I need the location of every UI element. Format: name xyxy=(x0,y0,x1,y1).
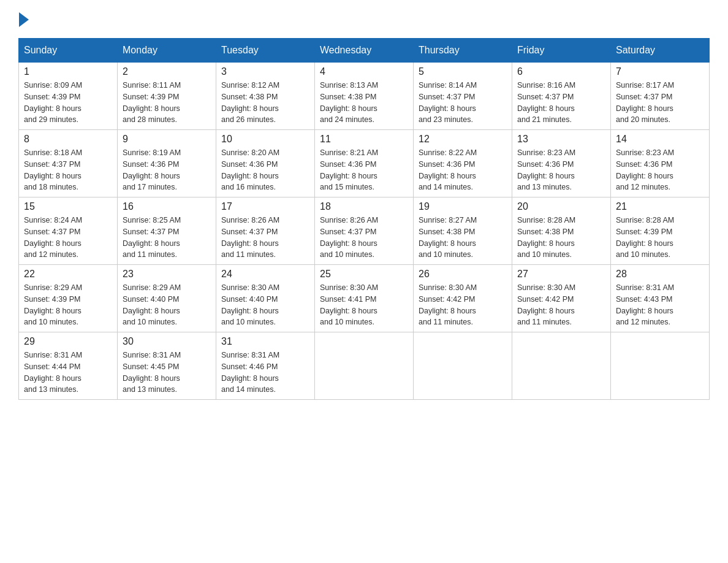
day-info: Sunrise: 8:30 AMSunset: 4:42 PMDaylight:… xyxy=(517,282,605,328)
day-of-week-header: Saturday xyxy=(611,39,710,63)
day-number: 1 xyxy=(24,66,112,77)
day-number: 18 xyxy=(320,201,408,212)
day-number: 15 xyxy=(24,201,112,212)
day-info: Sunrise: 8:23 AMSunset: 4:36 PMDaylight:… xyxy=(616,147,704,193)
day-info: Sunrise: 8:27 AMSunset: 4:38 PMDaylight:… xyxy=(419,215,507,261)
calendar-cell: 23Sunrise: 8:29 AMSunset: 4:40 PMDayligh… xyxy=(118,265,216,332)
day-info: Sunrise: 8:31 AMSunset: 4:44 PMDaylight:… xyxy=(24,350,112,396)
day-number: 2 xyxy=(123,66,211,77)
day-info: Sunrise: 8:22 AMSunset: 4:36 PMDaylight:… xyxy=(419,147,507,193)
calendar-cell: 19Sunrise: 8:27 AMSunset: 4:38 PMDayligh… xyxy=(414,197,512,265)
day-number: 6 xyxy=(517,66,605,77)
day-number: 28 xyxy=(616,269,704,280)
calendar-cell: 30Sunrise: 8:31 AMSunset: 4:45 PMDayligh… xyxy=(118,332,216,400)
calendar-cell: 3Sunrise: 8:12 AMSunset: 4:38 PMDaylight… xyxy=(216,63,315,130)
calendar-week-row: 1Sunrise: 8:09 AMSunset: 4:39 PMDaylight… xyxy=(19,63,710,130)
calendar-cell: 4Sunrise: 8:13 AMSunset: 4:38 PMDaylight… xyxy=(315,63,414,130)
calendar-cell: 6Sunrise: 8:16 AMSunset: 4:37 PMDaylight… xyxy=(512,63,611,130)
calendar-cell: 15Sunrise: 8:24 AMSunset: 4:37 PMDayligh… xyxy=(19,197,118,265)
calendar-cell: 13Sunrise: 8:23 AMSunset: 4:36 PMDayligh… xyxy=(512,130,611,197)
logo xyxy=(18,12,29,26)
page-header xyxy=(18,12,710,26)
calendar-cell: 8Sunrise: 8:18 AMSunset: 4:37 PMDaylight… xyxy=(19,130,118,197)
logo-triangle-icon xyxy=(19,12,29,27)
calendar-cell: 24Sunrise: 8:30 AMSunset: 4:40 PMDayligh… xyxy=(216,265,315,332)
calendar-cell: 2Sunrise: 8:11 AMSunset: 4:39 PMDaylight… xyxy=(118,63,216,130)
day-info: Sunrise: 8:14 AMSunset: 4:37 PMDaylight:… xyxy=(419,80,507,126)
day-info: Sunrise: 8:29 AMSunset: 4:40 PMDaylight:… xyxy=(123,282,211,328)
day-of-week-header: Wednesday xyxy=(315,39,414,63)
day-info: Sunrise: 8:25 AMSunset: 4:37 PMDaylight:… xyxy=(123,215,211,261)
day-number: 29 xyxy=(24,336,112,347)
calendar-cell xyxy=(611,332,710,400)
day-info: Sunrise: 8:23 AMSunset: 4:36 PMDaylight:… xyxy=(517,147,605,193)
day-info: Sunrise: 8:30 AMSunset: 4:41 PMDaylight:… xyxy=(320,282,408,328)
calendar-cell: 27Sunrise: 8:30 AMSunset: 4:42 PMDayligh… xyxy=(512,265,611,332)
calendar-table: SundayMondayTuesdayWednesdayThursdayFrid… xyxy=(18,38,710,400)
day-number: 24 xyxy=(221,269,309,280)
day-number: 27 xyxy=(517,269,605,280)
day-info: Sunrise: 8:28 AMSunset: 4:39 PMDaylight:… xyxy=(616,215,704,261)
calendar-cell: 26Sunrise: 8:30 AMSunset: 4:42 PMDayligh… xyxy=(414,265,512,332)
day-number: 3 xyxy=(221,66,309,77)
day-number: 8 xyxy=(24,134,112,145)
day-number: 10 xyxy=(221,134,309,145)
calendar-cell: 17Sunrise: 8:26 AMSunset: 4:37 PMDayligh… xyxy=(216,197,315,265)
day-number: 30 xyxy=(123,336,211,347)
calendar-cell xyxy=(414,332,512,400)
day-number: 9 xyxy=(123,134,211,145)
calendar-cell: 14Sunrise: 8:23 AMSunset: 4:36 PMDayligh… xyxy=(611,130,710,197)
calendar-cell: 18Sunrise: 8:26 AMSunset: 4:37 PMDayligh… xyxy=(315,197,414,265)
calendar-cell: 16Sunrise: 8:25 AMSunset: 4:37 PMDayligh… xyxy=(118,197,216,265)
day-number: 7 xyxy=(616,66,704,77)
day-info: Sunrise: 8:21 AMSunset: 4:36 PMDaylight:… xyxy=(320,147,408,193)
calendar-cell: 20Sunrise: 8:28 AMSunset: 4:38 PMDayligh… xyxy=(512,197,611,265)
day-info: Sunrise: 8:11 AMSunset: 4:39 PMDaylight:… xyxy=(123,80,211,126)
day-info: Sunrise: 8:19 AMSunset: 4:36 PMDaylight:… xyxy=(123,147,211,193)
day-number: 26 xyxy=(419,269,507,280)
calendar-header-row: SundayMondayTuesdayWednesdayThursdayFrid… xyxy=(19,39,710,63)
day-of-week-header: Thursday xyxy=(414,39,512,63)
day-info: Sunrise: 8:17 AMSunset: 4:37 PMDaylight:… xyxy=(616,80,704,126)
day-info: Sunrise: 8:26 AMSunset: 4:37 PMDaylight:… xyxy=(320,215,408,261)
day-number: 11 xyxy=(320,134,408,145)
calendar-cell: 9Sunrise: 8:19 AMSunset: 4:36 PMDaylight… xyxy=(118,130,216,197)
day-number: 31 xyxy=(221,336,309,347)
day-number: 12 xyxy=(419,134,507,145)
day-info: Sunrise: 8:12 AMSunset: 4:38 PMDaylight:… xyxy=(221,80,309,126)
day-info: Sunrise: 8:09 AMSunset: 4:39 PMDaylight:… xyxy=(24,80,112,126)
calendar-cell: 11Sunrise: 8:21 AMSunset: 4:36 PMDayligh… xyxy=(315,130,414,197)
day-of-week-header: Monday xyxy=(118,39,216,63)
day-number: 20 xyxy=(517,201,605,212)
day-info: Sunrise: 8:31 AMSunset: 4:43 PMDaylight:… xyxy=(616,282,704,328)
day-number: 16 xyxy=(123,201,211,212)
day-of-week-header: Friday xyxy=(512,39,611,63)
day-info: Sunrise: 8:20 AMSunset: 4:36 PMDaylight:… xyxy=(221,147,309,193)
day-info: Sunrise: 8:31 AMSunset: 4:46 PMDaylight:… xyxy=(221,350,309,396)
day-info: Sunrise: 8:29 AMSunset: 4:39 PMDaylight:… xyxy=(24,282,112,328)
day-info: Sunrise: 8:18 AMSunset: 4:37 PMDaylight:… xyxy=(24,147,112,193)
day-info: Sunrise: 8:24 AMSunset: 4:37 PMDaylight:… xyxy=(24,215,112,261)
calendar-cell: 12Sunrise: 8:22 AMSunset: 4:36 PMDayligh… xyxy=(414,130,512,197)
day-number: 25 xyxy=(320,269,408,280)
day-info: Sunrise: 8:30 AMSunset: 4:40 PMDaylight:… xyxy=(221,282,309,328)
day-info: Sunrise: 8:28 AMSunset: 4:38 PMDaylight:… xyxy=(517,215,605,261)
calendar-cell: 5Sunrise: 8:14 AMSunset: 4:37 PMDaylight… xyxy=(414,63,512,130)
day-info: Sunrise: 8:30 AMSunset: 4:42 PMDaylight:… xyxy=(419,282,507,328)
calendar-cell: 1Sunrise: 8:09 AMSunset: 4:39 PMDaylight… xyxy=(19,63,118,130)
day-number: 5 xyxy=(419,66,507,77)
day-of-week-header: Sunday xyxy=(19,39,118,63)
day-of-week-header: Tuesday xyxy=(216,39,315,63)
day-number: 4 xyxy=(320,66,408,77)
calendar-cell: 22Sunrise: 8:29 AMSunset: 4:39 PMDayligh… xyxy=(19,265,118,332)
calendar-cell xyxy=(315,332,414,400)
calendar-cell: 29Sunrise: 8:31 AMSunset: 4:44 PMDayligh… xyxy=(19,332,118,400)
calendar-cell: 31Sunrise: 8:31 AMSunset: 4:46 PMDayligh… xyxy=(216,332,315,400)
calendar-week-row: 22Sunrise: 8:29 AMSunset: 4:39 PMDayligh… xyxy=(19,265,710,332)
day-number: 17 xyxy=(221,201,309,212)
calendar-cell: 25Sunrise: 8:30 AMSunset: 4:41 PMDayligh… xyxy=(315,265,414,332)
calendar-cell: 21Sunrise: 8:28 AMSunset: 4:39 PMDayligh… xyxy=(611,197,710,265)
day-number: 13 xyxy=(517,134,605,145)
day-number: 22 xyxy=(24,269,112,280)
calendar-cell: 10Sunrise: 8:20 AMSunset: 4:36 PMDayligh… xyxy=(216,130,315,197)
